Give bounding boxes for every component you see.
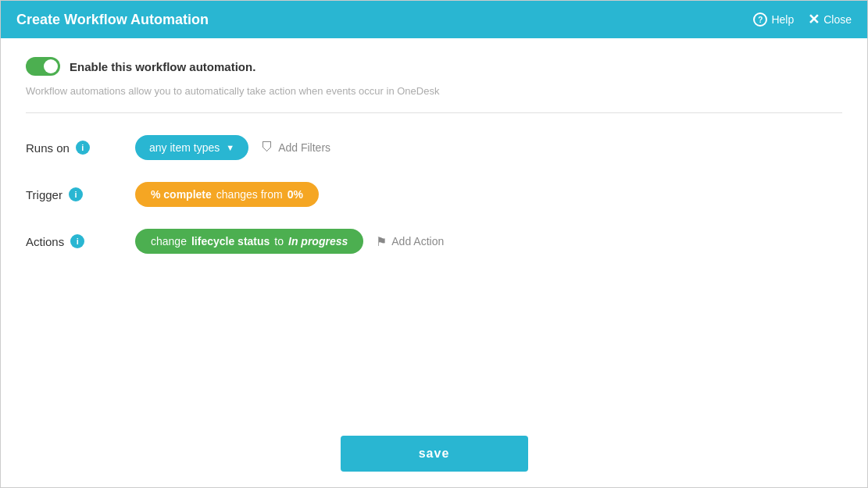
add-action-label: Add Action: [391, 235, 444, 248]
close-label: Close: [823, 13, 852, 26]
runs-on-info-icon[interactable]: i: [76, 141, 90, 155]
trigger-pill-middle: changes from: [216, 188, 283, 201]
runs-on-label: Runs on: [26, 141, 70, 155]
toggle-row: Enable this workflow automation.: [26, 57, 842, 76]
help-icon: ?: [753, 12, 767, 27]
actions-label-col: Actions i: [26, 234, 135, 248]
modal-container: Create Workflow Automation ? Help ✕ Clos…: [0, 0, 868, 488]
add-filters-button[interactable]: ⛉ Add Filters: [261, 141, 330, 155]
actions-label: Actions: [26, 235, 64, 248]
divider: [26, 112, 842, 113]
trigger-row: Trigger i % complete changes from 0%: [26, 182, 842, 207]
header-actions: ? Help ✕ Close: [753, 12, 852, 27]
actions-info-icon[interactable]: i: [70, 234, 84, 248]
filter-icon: ⛉: [261, 141, 273, 155]
item-types-label: any item types: [149, 141, 220, 154]
runs-on-label-col: Runs on i: [26, 141, 135, 155]
runs-on-controls: any item types ▼ ⛉ Add Filters: [135, 135, 842, 160]
actions-row: Actions i change lifecycle status to In …: [26, 229, 842, 254]
footer: save: [1, 420, 867, 487]
action-pill-change: change: [151, 235, 187, 248]
action-pill-to: to: [274, 235, 284, 248]
runs-on-row: Runs on i any item types ▼ ⛉ Add Filters: [26, 135, 842, 160]
body: Enable this workflow automation. Workflo…: [1, 38, 867, 420]
subtitle-text: Workflow automations allow you to automa…: [26, 85, 842, 97]
trigger-pill-button[interactable]: % complete changes from 0%: [135, 182, 319, 207]
item-types-button[interactable]: any item types ▼: [135, 135, 248, 160]
add-action-button[interactable]: ⚑ Add Action: [376, 234, 444, 249]
header: Create Workflow Automation ? Help ✕ Clos…: [1, 1, 867, 38]
save-button[interactable]: save: [341, 436, 528, 472]
close-button[interactable]: ✕ Close: [808, 12, 852, 27]
enable-toggle[interactable]: [26, 57, 60, 76]
form-rows: Runs on i any item types ▼ ⛉ Add Filters: [26, 135, 842, 401]
trigger-controls: % complete changes from 0%: [135, 182, 842, 207]
toggle-label: Enable this workflow automation.: [70, 60, 255, 73]
help-label: Help: [771, 13, 794, 26]
help-button[interactable]: ? Help: [753, 12, 794, 27]
add-filters-label: Add Filters: [278, 141, 330, 154]
action-pill-key: lifecycle status: [191, 235, 270, 248]
action-pill-italic: In progress: [288, 235, 348, 248]
flag-icon: ⚑: [376, 234, 387, 249]
chevron-down-icon: ▼: [226, 143, 234, 152]
action-pill-button[interactable]: change lifecycle status to In progress: [135, 229, 363, 254]
trigger-label-col: Trigger i: [26, 187, 135, 201]
modal-title: Create Workflow Automation: [16, 12, 209, 28]
trigger-pill-bold: % complete: [151, 188, 212, 201]
trigger-label: Trigger: [26, 188, 63, 201]
trigger-pill-value: 0%: [288, 188, 303, 201]
trigger-info-icon[interactable]: i: [69, 187, 83, 201]
actions-controls: change lifecycle status to In progress ⚑…: [135, 229, 842, 254]
close-icon: ✕: [808, 12, 820, 27]
